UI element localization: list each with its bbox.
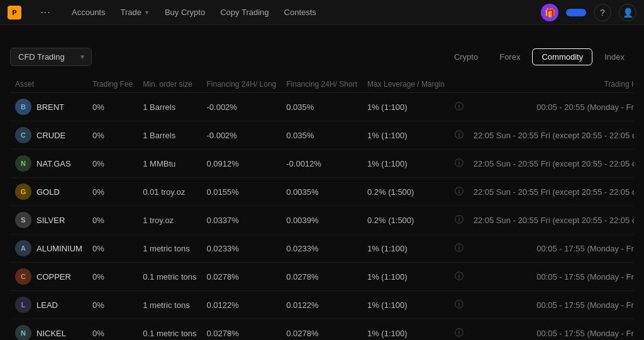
asset-cell: S SILVER [10, 206, 87, 234]
deposit-button[interactable] [566, 9, 586, 16]
info-icon[interactable]: ⓘ [455, 243, 464, 253]
min-order-cell: 1 MMBtu [138, 150, 201, 178]
min-order-cell: 1 troy.oz [138, 206, 201, 234]
fin-long-cell: 0.0337% [201, 206, 281, 234]
table-row: N NICKEL 0%0.1 metric tons0.0278%0.0278%… [10, 319, 634, 341]
asset-icon: N [15, 155, 31, 172]
asset-name: SILVER [36, 216, 65, 225]
gift-button[interactable]: 🎁 [541, 4, 558, 21]
table-row: C CRUDE 0%1 Barrels-0.002%0.035%1% (1:10… [10, 121, 634, 150]
trading-hours-cell: 00:05 - 20:55 (Monday - Friday) [469, 93, 634, 121]
header: P ⋯ AccountsTrade ▼Buy CryptoCopy Tradin… [0, 0, 644, 25]
info-icon[interactable]: ⓘ [455, 299, 464, 309]
leverage-cell: 1% (1:100) [362, 291, 450, 319]
table-row: S SILVER 0%1 troy.oz0.0337%0.0039%0.2% (… [10, 206, 634, 234]
table-row: C COPPER 0%0.1 metric tons0.0278%0.0278%… [10, 263, 634, 291]
fin-short-cell: 0.0035% [281, 178, 362, 206]
fee-cell: 0% [87, 93, 138, 121]
trading-hours-cell: 00:05 - 17:55 (Monday - Friday) [469, 234, 634, 263]
min-order-cell: 1 metric tons [138, 234, 201, 263]
table-row: B BRENT 0%1 Barrels-0.002%0.035%1% (1:10… [10, 93, 634, 121]
asset-cell: C COPPER [10, 263, 87, 291]
tab-crypto[interactable]: Crypto [445, 48, 487, 65]
trading-hours-cell: 22:05 Sun - 20:55 Fri (except 20:55 - 22… [469, 150, 634, 178]
fin-short-cell: -0.0012% [281, 150, 362, 178]
table-header: AssetTrading FeeMin. order sizeFinancing… [10, 76, 634, 93]
category-tab-group: CryptoForexCommodityIndex [445, 48, 634, 65]
asset-name: GOLD [36, 187, 60, 197]
trading-type-select[interactable]: CFD TradingSpot Trading [10, 48, 92, 66]
asset-icon: G [15, 184, 31, 200]
trading-hours-cell: 00:05 - 17:55 (Monday - Friday) [469, 291, 634, 319]
min-order-cell: 1 Barrels [138, 121, 201, 150]
min-order-cell: 1 metric tons [138, 291, 201, 319]
fin-short-cell: 0.0039% [281, 206, 362, 234]
table-row: L LEAD 0%1 metric tons0.0122%0.0122%1% (… [10, 291, 634, 319]
contract-table-wrapper: AssetTrading FeeMin. order sizeFinancing… [10, 76, 634, 340]
info-cell[interactable]: ⓘ [450, 263, 469, 291]
col-info [450, 76, 469, 93]
fee-cell: 0% [87, 150, 138, 178]
trading-type-select-wrapper: CFD TradingSpot Trading ▼ [10, 48, 92, 66]
help-button[interactable]: ? [594, 4, 611, 21]
asset-cell: B BRENT [10, 93, 87, 121]
fin-short-cell: 0.0233% [281, 234, 362, 263]
info-cell[interactable]: ⓘ [450, 206, 469, 234]
asset-cell: L LEAD [10, 291, 87, 319]
nav-item-buy-crypto[interactable]: Buy Crypto [158, 5, 211, 19]
logo-icon: P [8, 6, 21, 19]
tab-index[interactable]: Index [595, 48, 634, 65]
fin-long-cell: 0.0122% [201, 291, 281, 319]
fin-short-cell: 0.0122% [281, 291, 362, 319]
asset-icon: C [15, 268, 31, 285]
fin-long-cell: 0.0233% [201, 234, 281, 263]
info-cell[interactable]: ⓘ [450, 93, 469, 121]
asset-name: LEAD [36, 300, 58, 310]
info-icon[interactable]: ⓘ [455, 101, 464, 111]
account-button[interactable]: 👤 [619, 4, 636, 21]
info-cell[interactable]: ⓘ [450, 121, 469, 150]
leverage-cell: 1% (1:100) [362, 150, 450, 178]
info-icon[interactable]: ⓘ [455, 158, 464, 168]
min-order-cell: 0.01 troy.oz [138, 178, 201, 206]
fin-short-cell: 0.0278% [281, 319, 362, 341]
asset-icon: A [15, 240, 31, 256]
asset-name: CRUDE [36, 131, 65, 140]
info-icon[interactable]: ⓘ [455, 327, 464, 337]
apps-icon[interactable]: ⋯ [40, 6, 50, 18]
tab-forex[interactable]: Forex [490, 48, 530, 65]
info-cell[interactable]: ⓘ [450, 291, 469, 319]
info-icon[interactable]: ⓘ [455, 214, 464, 224]
info-icon[interactable]: ⓘ [455, 186, 464, 196]
tab-commodity[interactable]: Commodity [532, 48, 592, 65]
asset-name: NAT.GAS [36, 159, 71, 168]
asset-name: COPPER [36, 272, 71, 282]
leverage-cell: 1% (1:100) [362, 93, 450, 121]
info-cell[interactable]: ⓘ [450, 178, 469, 206]
trading-hours-cell: 00:05 - 17:55 (Monday - Friday) [469, 319, 634, 341]
info-cell[interactable]: ⓘ [450, 319, 469, 341]
nav-item-accounts[interactable]: Accounts [65, 5, 111, 19]
info-icon[interactable]: ⓘ [455, 271, 464, 281]
nav-item-contests[interactable]: Contests [278, 5, 323, 19]
col-leverage: Max Leverage / Margin [362, 76, 450, 93]
min-order-cell: 1 Barrels [138, 93, 201, 121]
nav-item-copy-trading[interactable]: Copy Trading [214, 5, 275, 19]
nav: AccountsTrade ▼Buy CryptoCopy TradingCon… [65, 5, 518, 19]
info-cell[interactable]: ⓘ [450, 150, 469, 178]
col-fin_long: Financing 24H/ Long [201, 76, 281, 93]
fin-long-cell: -0.002% [201, 121, 281, 150]
contract-table: AssetTrading FeeMin. order sizeFinancing… [10, 76, 634, 340]
asset-cell: G GOLD [10, 178, 87, 206]
asset-icon: N [15, 325, 31, 340]
nav-item-trade[interactable]: Trade ▼ [114, 5, 155, 19]
col-asset: Asset [10, 76, 87, 93]
trading-hours-cell: 00:05 - 17:55 (Monday - Friday) [469, 263, 634, 291]
fin-short-cell: 0.035% [281, 121, 362, 150]
info-cell[interactable]: ⓘ [450, 234, 469, 263]
info-icon[interactable]: ⓘ [455, 129, 464, 140]
leverage-cell: 1% (1:100) [362, 319, 450, 341]
fee-cell: 0% [87, 319, 138, 341]
trading-hours-cell: 22:05 Sun - 20:55 Fri (except 20:55 - 22… [469, 121, 634, 150]
col-hours: Trading Hours [469, 76, 634, 93]
